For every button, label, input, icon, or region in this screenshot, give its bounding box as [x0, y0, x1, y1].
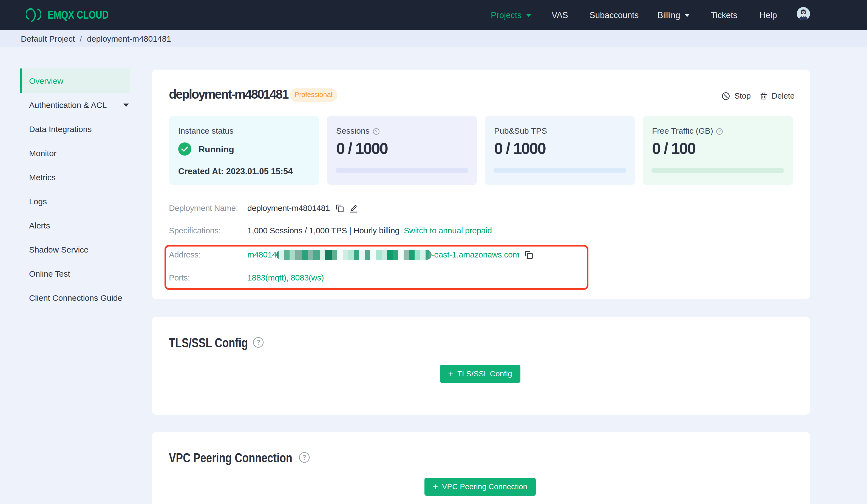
svg-text:?: ?	[302, 453, 307, 461]
svg-text:?: ?	[375, 129, 377, 134]
svg-text:?: ?	[719, 129, 721, 134]
svg-text:?: ?	[256, 339, 260, 346]
